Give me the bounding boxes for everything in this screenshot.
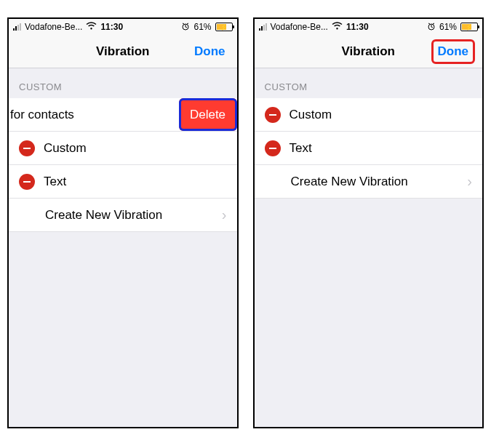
list-item-label: Text [290, 141, 312, 156]
create-new-vibration[interactable]: Create New Vibration › [255, 165, 483, 199]
chevron-right-icon: › [467, 173, 472, 190]
carrier-label: Vodafone-Be... [25, 22, 82, 32]
battery-pct: 61% [193, 22, 211, 32]
list-item-label: Custom [290, 108, 332, 122]
signal-icon [259, 23, 267, 31]
phone-left: Vodafone-Be... 11:30 61% ⚡ Vibration Don… [7, 17, 239, 428]
time-label: 11:30 [100, 22, 123, 32]
carrier-label: Vodafone-Be... [271, 22, 328, 32]
nav-bar: Vibration Done [255, 35, 483, 68]
list-item-label: for contacts [10, 108, 74, 122]
signal-icon [13, 23, 21, 31]
done-button[interactable]: Done [190, 41, 230, 62]
minus-icon[interactable] [265, 140, 281, 156]
alarm-icon [427, 22, 436, 32]
delete-button[interactable]: Delete [179, 98, 237, 131]
minus-icon[interactable] [19, 174, 35, 190]
battery-icon: ⚡ [215, 23, 233, 31]
list-item-swiped[interactable]: for contacts Delete [9, 98, 237, 132]
minus-icon[interactable] [265, 107, 281, 123]
time-label: 11:30 [346, 22, 369, 32]
alarm-icon [181, 22, 190, 32]
done-button[interactable]: Done [431, 39, 476, 64]
list-item[interactable]: Custom [9, 132, 237, 165]
list-item-label: Create New Vibration [45, 208, 162, 223]
status-bar: Vodafone-Be... 11:30 61% ⚡ [9, 19, 237, 35]
section-header: CUSTOM [255, 68, 483, 98]
list-item[interactable]: Custom [255, 98, 483, 132]
list-item-label: Custom [44, 141, 87, 156]
create-new-vibration[interactable]: Create New Vibration › [9, 199, 237, 232]
wifi-icon [332, 22, 343, 32]
chevron-right-icon: › [222, 207, 227, 223]
page-title: Vibration [96, 44, 149, 59]
battery-icon: ⚡ [460, 23, 478, 31]
custom-list: for contacts Delete Custom Text Create N… [9, 98, 237, 232]
list-item-label: Create New Vibration [291, 175, 408, 189]
list-item[interactable]: Text [255, 132, 483, 165]
battery-pct: 61% [439, 22, 457, 32]
wifi-icon [86, 22, 97, 32]
page-title: Vibration [342, 44, 395, 59]
list-item-label: Text [44, 175, 66, 189]
minus-icon[interactable] [19, 140, 35, 156]
status-bar: Vodafone-Be... 11:30 61% ⚡ [255, 19, 483, 35]
list-item[interactable]: Text [9, 165, 237, 199]
nav-bar: Vibration Done [9, 35, 237, 68]
section-header: CUSTOM [9, 68, 237, 98]
custom-list: Custom Text Create New Vibration › [255, 98, 483, 199]
phone-right: Vodafone-Be... 11:30 61% ⚡ Vibration Don… [253, 17, 484, 428]
